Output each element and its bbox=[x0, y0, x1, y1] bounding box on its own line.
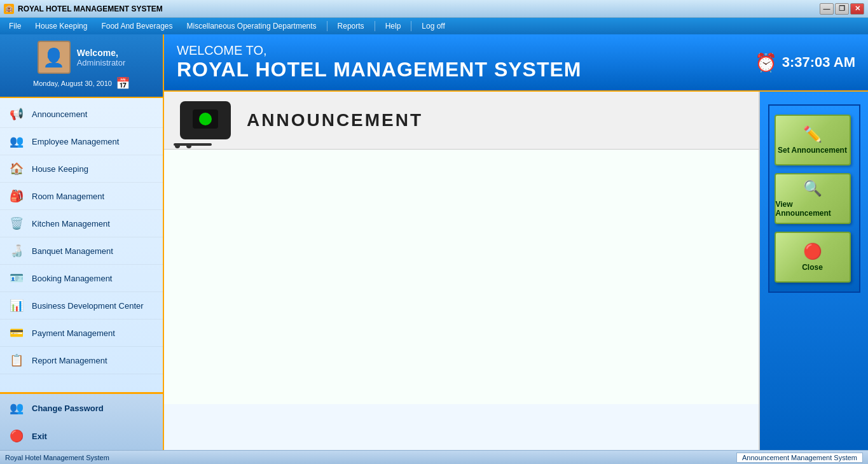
close-button[interactable]: 🔴 Close bbox=[775, 232, 851, 283]
sidebar-item-change-password[interactable]: 👥 Change Password bbox=[0, 394, 163, 422]
close-icon: 🔴 bbox=[803, 243, 822, 260]
sidebar-item-room[interactable]: 🎒 Room Management bbox=[0, 183, 163, 210]
title-bar-left: 🏨 ROYAL HOTEL MANAGEMENT SYSTEM bbox=[4, 4, 163, 14]
admin-name: Administrator bbox=[77, 58, 126, 67]
sidebar-item-business[interactable]: 📊 Business Development Center bbox=[0, 292, 163, 320]
main-layout: 👤 Welcome, Administrator Monday, August … bbox=[0, 34, 868, 450]
menu-miscellaneous[interactable]: Miscellaneous Operating Departments bbox=[180, 20, 322, 32]
mp3-player-image bbox=[177, 98, 234, 143]
menu-reports[interactable]: Reports bbox=[331, 20, 371, 32]
announcement-icon: 📢 bbox=[8, 105, 25, 123]
announcement-panel: ANNOUNCEMENT bbox=[164, 92, 760, 450]
avatar: 👤 bbox=[38, 41, 71, 74]
menu-separator-2 bbox=[375, 21, 375, 31]
sidebar-label-banquet: Banquet Management bbox=[32, 246, 113, 256]
avatar-area: 👤 Welcome, Administrator bbox=[38, 41, 126, 74]
report-icon: 📋 bbox=[8, 351, 25, 369]
sidebar-item-announcement[interactable]: 📢 Announcement bbox=[0, 101, 163, 128]
view-announcement-label: View Announcement bbox=[776, 200, 850, 218]
sidebar-label-business: Business Development Center bbox=[32, 301, 144, 311]
calendar-icon: 📅 bbox=[116, 76, 130, 90]
announcement-body bbox=[164, 150, 759, 404]
main-content: ANNOUNCEMENT ✏️ Set Announcement 🔍 View … bbox=[164, 92, 868, 450]
sidebar-label-report: Report Management bbox=[32, 356, 107, 365]
user-profile: 👤 Welcome, Administrator Monday, August … bbox=[0, 34, 163, 98]
welcome-label: Welcome, bbox=[77, 48, 126, 58]
title-bar: 🏨 ROYAL HOTEL MANAGEMENT SYSTEM — ❐ ✕ bbox=[0, 0, 868, 18]
change-password-label: Change Password bbox=[32, 404, 104, 413]
sidebar-label-announcement: Announcement bbox=[32, 109, 87, 119]
restore-button[interactable]: ❐ bbox=[835, 3, 849, 15]
kitchen-icon: 🗑️ bbox=[8, 214, 25, 232]
clock-icon: ⏰ bbox=[755, 52, 777, 73]
menu-help[interactable]: Help bbox=[379, 20, 408, 32]
announcement-header: ANNOUNCEMENT bbox=[164, 92, 759, 150]
exit-label: Exit bbox=[32, 432, 47, 441]
view-announcement-button[interactable]: 🔍 View Announcement bbox=[775, 173, 851, 224]
right-panel-inner: ✏️ Set Announcement 🔍 View Announcement … bbox=[768, 104, 860, 293]
announcement-title: ANNOUNCEMENT bbox=[247, 110, 423, 130]
sidebar-item-banquet[interactable]: 🍶 Banquet Management bbox=[0, 237, 163, 265]
sidebar-item-booking[interactable]: 🪪 Booking Management bbox=[0, 265, 163, 292]
set-announcement-icon: ✏️ bbox=[803, 125, 822, 143]
sidebar-item-housekeeping[interactable]: 🏠 House Keeping bbox=[0, 155, 163, 183]
nav-items: 📢 Announcement 👥 Employee Management 🏠 H… bbox=[0, 98, 163, 392]
sidebar-label-booking: Booking Management bbox=[32, 274, 112, 283]
welcome-text: Welcome, Administrator bbox=[77, 48, 126, 67]
bottom-nav: 👥 Change Password 🔴 Exit bbox=[0, 392, 163, 450]
date-area: Monday, August 30, 2010 📅 bbox=[33, 76, 130, 90]
menu-housekeeping[interactable]: House Keeping bbox=[29, 20, 93, 32]
sidebar-label-payment: Payment Management bbox=[32, 328, 115, 338]
sidebar: 👤 Welcome, Administrator Monday, August … bbox=[0, 34, 164, 450]
close-button[interactable]: ✕ bbox=[850, 3, 864, 15]
payment-icon: 💳 bbox=[8, 324, 25, 342]
business-icon: 📊 bbox=[8, 297, 25, 314]
system-name-text: ROYAL HOTEL MANAGEMENT SYSTEM bbox=[177, 58, 581, 81]
right-panel: ✏️ Set Announcement 🔍 View Announcement … bbox=[760, 92, 868, 450]
sidebar-item-report[interactable]: 📋 Report Management bbox=[0, 347, 163, 374]
status-right: Announcement Management System bbox=[736, 453, 863, 463]
room-icon: 🎒 bbox=[8, 187, 25, 205]
sidebar-label-housekeeping: House Keeping bbox=[32, 164, 88, 174]
welcome-to-text: WELCOME TO, bbox=[177, 43, 581, 58]
change-password-icon: 👥 bbox=[8, 399, 25, 417]
content-area: WELCOME TO, ROYAL HOTEL MANAGEMENT SYSTE… bbox=[164, 34, 868, 450]
header-title: WELCOME TO, ROYAL HOTEL MANAGEMENT SYSTE… bbox=[177, 43, 581, 81]
housekeeping-icon: 🏠 bbox=[8, 160, 25, 178]
booking-icon: 🪪 bbox=[8, 269, 25, 287]
view-announcement-icon: 🔍 bbox=[803, 179, 822, 197]
sidebar-item-kitchen[interactable]: 🗑️ Kitchen Management bbox=[0, 210, 163, 237]
menu-separator-3 bbox=[411, 21, 411, 31]
close-label: Close bbox=[802, 263, 823, 272]
app-title: ROYAL HOTEL MANAGEMENT SYSTEM bbox=[18, 4, 163, 13]
menu-bar: File House Keeping Food And Beverages Mi… bbox=[0, 18, 868, 34]
sidebar-label-room: Room Management bbox=[32, 192, 104, 201]
banquet-icon: 🍶 bbox=[8, 242, 25, 260]
status-bar: Royal Hotel Management System Announceme… bbox=[0, 450, 868, 464]
menu-file[interactable]: File bbox=[3, 20, 27, 32]
minimize-button[interactable]: — bbox=[820, 3, 834, 15]
sidebar-item-payment[interactable]: 💳 Payment Management bbox=[0, 320, 163, 347]
menu-logoff[interactable]: Log off bbox=[415, 20, 451, 32]
time-display: 3:37:03 AM bbox=[782, 54, 855, 71]
exit-icon: 🔴 bbox=[8, 427, 25, 445]
app-icon: 🏨 bbox=[4, 4, 14, 14]
employee-icon: 👥 bbox=[8, 132, 25, 150]
date-text: Monday, August 30, 2010 bbox=[33, 80, 112, 87]
menu-food-beverages[interactable]: Food And Beverages bbox=[95, 20, 179, 32]
sidebar-label-kitchen: Kitchen Management bbox=[32, 219, 110, 228]
menu-separator-1 bbox=[327, 21, 327, 31]
sidebar-item-employee[interactable]: 👥 Employee Management bbox=[0, 128, 163, 155]
set-announcement-button[interactable]: ✏️ Set Announcement bbox=[775, 115, 851, 165]
header-clock: ⏰ 3:37:03 AM bbox=[755, 52, 855, 73]
sidebar-label-employee: Employee Management bbox=[32, 137, 119, 146]
status-left: Royal Hotel Management System bbox=[5, 454, 109, 461]
title-bar-controls: — ❐ ✕ bbox=[820, 3, 864, 15]
set-announcement-label: Set Announcement bbox=[778, 146, 847, 155]
header: WELCOME TO, ROYAL HOTEL MANAGEMENT SYSTE… bbox=[164, 34, 868, 92]
sidebar-item-exit[interactable]: 🔴 Exit bbox=[0, 422, 163, 450]
